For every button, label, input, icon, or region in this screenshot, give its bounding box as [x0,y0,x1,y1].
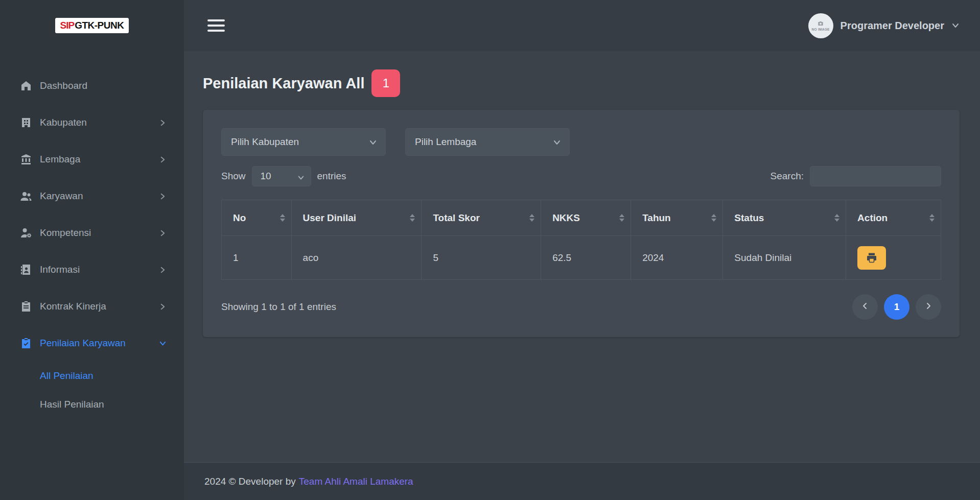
count-badge: 1 [371,69,400,97]
table-row: 1 aco 5 62.5 2024 Sudah Dinilai [222,236,941,280]
lembaga-select-value: Pilih Lembaga [415,136,476,148]
chevron-right-icon [924,301,932,313]
clipboard-icon [19,300,33,313]
avatar: NO IMAGE [808,13,833,38]
column-label: Action [857,212,888,224]
column-header-tahun[interactable]: Tahun [631,200,723,236]
cell-user-dinilai: aco [291,236,422,280]
sort-icon[interactable] [834,214,839,222]
kabupaten-select-value: Pilih Kabupaten [231,136,299,148]
sidebar-item-kontrak-kinerja[interactable]: Kontrak Kinerja [0,288,184,325]
logo-area: SIP GTK-PUNK [0,0,184,51]
print-button[interactable] [857,246,886,270]
brand-logo[interactable]: SIP GTK-PUNK [55,18,129,33]
column-label: NKKS [552,212,580,224]
data-card: Pilih Kabupaten Pilih Lembaga Show 1 [203,110,960,337]
page-content: Penilaian Karyawan All 1 Pilih Kabupaten… [184,51,980,462]
main-column: NO IMAGE Programer Developer Penilaian K… [184,0,980,500]
pagination-page-1-button[interactable]: 1 [884,294,909,320]
pagination: 1 [852,294,941,320]
cell-tahun: 2024 [631,236,723,280]
sort-icon[interactable] [280,214,285,222]
cell-no: 1 [222,236,292,280]
cell-action [846,236,941,280]
submenu-item-all-penilaian[interactable]: All Penilaian [0,362,184,390]
column-header-user-dinilai[interactable]: User Dinilai [291,200,422,236]
sidebar-item-label: Penilaian Karyawan [40,338,126,349]
home-icon [19,79,33,92]
pagination-next-button[interactable] [916,294,941,320]
sidebar-item-penilaian-karyawan[interactable]: Penilaian Karyawan [0,325,184,362]
column-header-status[interactable]: Status [723,200,846,236]
user-menu[interactable]: NO IMAGE Programer Developer [808,13,960,38]
showing-info: Showing 1 to 1 of 1 entries [221,301,336,313]
chevron-down-icon [369,138,377,146]
footer-copyright: 2024 © Developer by [204,476,296,487]
search-input[interactable] [810,166,941,186]
footer-team-link[interactable]: Team Ahli Amali Lamakera [299,476,413,487]
sidebar-item-informasi[interactable]: Informasi [0,251,184,288]
lembaga-select[interactable]: Pilih Lembaga [405,128,570,156]
penilaian-submenu: All Penilaian Hasil Penilaian [0,362,184,419]
address-book-icon [19,263,33,276]
chevron-left-icon [861,301,869,313]
sidebar-item-label: Kompetensi [40,227,91,239]
sidebar-item-label: Kabupaten [40,117,87,128]
submenu-item-label: Hasil Penilaian [40,399,104,410]
sidebar-item-label: Informasi [40,264,80,275]
pagination-prev-button[interactable] [852,294,878,320]
table-controls: Show 10 entries Search: [221,166,941,186]
entries-label: entries [317,171,346,182]
user-name: Programer Developer [841,20,944,32]
sidebar-item-label: Lembaga [40,154,80,165]
search-control: Search: [771,166,941,186]
sidebar-item-label: Dashboard [40,80,87,91]
camera-icon [817,20,824,27]
kabupaten-select[interactable]: Pilih Kabupaten [221,128,386,156]
city-icon [19,116,33,129]
sidebar-item-label: Karyawan [40,191,83,202]
landmark-icon [19,153,33,166]
column-label: Tahun [642,212,671,224]
sort-icon[interactable] [619,214,624,222]
clipboard-check-icon [19,337,33,350]
cell-nkks: 62.5 [541,236,631,280]
page-title-row: Penilaian Karyawan All 1 [203,69,960,97]
sidebar-item-karyawan[interactable]: Karyawan [0,178,184,215]
page-size-select[interactable]: 10 [252,166,311,186]
sidebar-item-lembaga[interactable]: Lembaga [0,141,184,178]
chevron-down-icon [297,173,305,180]
sort-icon[interactable] [711,214,716,222]
submenu-item-hasil-penilaian[interactable]: Hasil Penilaian [0,390,184,419]
chevron-down-icon [553,138,561,146]
sidebar-item-kabupaten[interactable]: Kabupaten [0,104,184,141]
sidebar: SIP GTK-PUNK Dashboard Kabupaten Lembaga [0,0,184,500]
chevron-down-icon [951,21,960,30]
chevron-right-icon [159,229,167,237]
menu-toggle-button[interactable] [204,16,228,35]
chevron-right-icon [159,156,167,163]
column-label: No [233,212,246,224]
sort-icon[interactable] [529,214,534,222]
sort-icon[interactable] [929,214,935,222]
sidebar-item-dashboard[interactable]: Dashboard [0,67,184,104]
sidebar-item-kompetensi[interactable]: Kompetensi [0,215,184,251]
column-header-total-skor[interactable]: Total Skor [422,200,541,236]
chevron-right-icon [159,266,167,274]
column-header-action[interactable]: Action [846,200,941,236]
table-header-row: No User Dinilai Total Skor NKKS [222,200,941,236]
print-icon [866,252,878,264]
user-gear-icon [19,226,33,240]
sort-icon[interactable] [410,214,415,222]
chevron-right-icon [159,193,167,200]
column-label: Total Skor [433,212,480,224]
users-icon [19,189,33,203]
column-header-no[interactable]: No [222,200,292,236]
avatar-placeholder-text: NO IMAGE [811,28,829,31]
filter-row: Pilih Kabupaten Pilih Lembaga [221,128,941,156]
column-header-nkks[interactable]: NKKS [541,200,631,236]
search-label: Search: [771,171,804,182]
table-footer: Showing 1 to 1 of 1 entries 1 [221,294,941,320]
show-label: Show [221,171,246,182]
submenu-item-label: All Penilaian [40,370,94,382]
